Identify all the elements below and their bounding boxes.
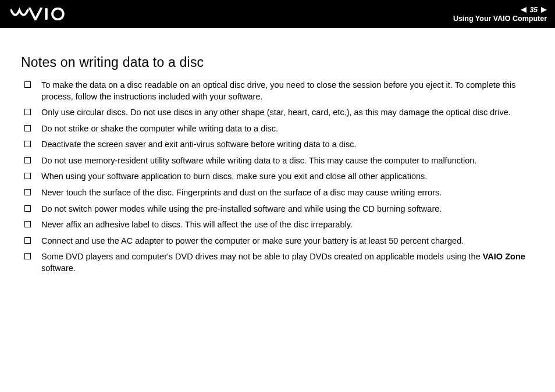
square-bullet-icon bbox=[24, 157, 31, 163]
list-item: Only use circular discs. Do not use disc… bbox=[21, 107, 534, 119]
bold-text: VAIO Zone bbox=[483, 252, 525, 261]
header-right: 35 Using Your VAIO Computer bbox=[453, 6, 547, 23]
list-item-text: Some DVD players and computer's DVD driv… bbox=[41, 251, 534, 274]
list-item: To make the data on a disc readable on a… bbox=[21, 80, 534, 102]
square-bullet-icon bbox=[24, 205, 31, 212]
page-heading: Notes on writing data to a disc bbox=[21, 55, 534, 70]
square-bullet-icon bbox=[24, 125, 31, 131]
list-item: Do not switch power modes while using th… bbox=[21, 204, 534, 215]
square-bullet-icon bbox=[24, 253, 31, 259]
square-bullet-icon bbox=[24, 189, 31, 195]
vaio-logo bbox=[10, 8, 74, 20]
svg-rect-0 bbox=[45, 8, 47, 20]
list-item: Some DVD players and computer's DVD driv… bbox=[21, 251, 534, 274]
list-item-text: To make the data on a disc readable on a… bbox=[41, 80, 534, 102]
page-header: 35 Using Your VAIO Computer bbox=[0, 0, 555, 28]
list-item-text: Do not strike or shake the computer whil… bbox=[41, 123, 534, 135]
square-bullet-icon bbox=[24, 141, 31, 147]
square-bullet-icon bbox=[24, 173, 31, 179]
square-bullet-icon bbox=[24, 237, 31, 244]
list-item: Deactivate the screen saver and exit ant… bbox=[21, 139, 534, 151]
list-item-text: Connect and use the AC adapter to power … bbox=[41, 236, 534, 247]
list-item-text: Never touch the surface of the disc. Fin… bbox=[41, 187, 534, 199]
svg-point-1 bbox=[52, 9, 63, 20]
list-item: Do not use memory-resident utility softw… bbox=[21, 155, 534, 167]
list-item-text: Do not switch power modes while using th… bbox=[41, 204, 534, 215]
square-bullet-icon bbox=[24, 81, 31, 88]
list-item: When using your software application to … bbox=[21, 171, 534, 183]
page-number: 35 bbox=[530, 6, 538, 14]
list-item: Do not strike or shake the computer whil… bbox=[21, 123, 534, 135]
list-item: Never affix an adhesive label to discs. … bbox=[21, 219, 534, 231]
list-item-text: Only use circular discs. Do not use disc… bbox=[41, 107, 534, 119]
square-bullet-icon bbox=[24, 221, 31, 227]
square-bullet-icon bbox=[24, 109, 31, 115]
prev-page-arrow-icon[interactable] bbox=[521, 7, 526, 13]
list-item-text: Deactivate the screen saver and exit ant… bbox=[41, 139, 534, 151]
list-item-text: When using your software application to … bbox=[41, 171, 534, 183]
notes-list: To make the data on a disc readable on a… bbox=[21, 80, 534, 274]
list-item-text: Do not use memory-resident utility softw… bbox=[41, 155, 534, 167]
list-item: Connect and use the AC adapter to power … bbox=[21, 236, 534, 247]
next-page-arrow-icon[interactable] bbox=[541, 7, 547, 13]
page-nav: 35 bbox=[521, 6, 547, 14]
page-content: Notes on writing data to a disc To make … bbox=[0, 28, 555, 274]
section-title: Using Your VAIO Computer bbox=[453, 15, 547, 23]
list-item-text: Never affix an adhesive label to discs. … bbox=[41, 219, 534, 231]
list-item: Never touch the surface of the disc. Fin… bbox=[21, 187, 534, 199]
